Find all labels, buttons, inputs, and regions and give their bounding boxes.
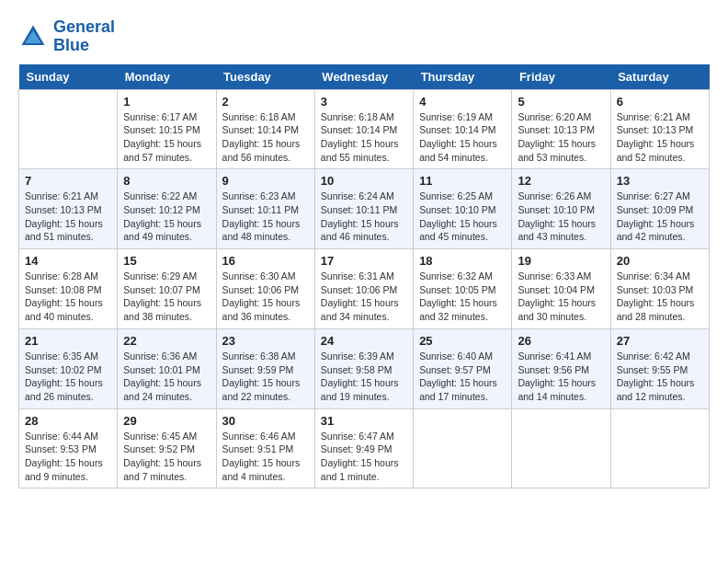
day-number: 12 [518, 174, 604, 188]
day-number: 4 [419, 95, 506, 109]
day-info: Sunrise: 6:22 AM Sunset: 10:12 PM Daylig… [123, 190, 210, 244]
day-info: Sunrise: 6:38 AM Sunset: 9:59 PM Dayligh… [222, 350, 309, 404]
calendar-week-row: 21Sunrise: 6:35 AM Sunset: 10:02 PM Dayl… [19, 328, 710, 408]
day-number: 17 [321, 254, 407, 268]
logo-text: General Blue [53, 18, 115, 55]
day-info: Sunrise: 6:18 AM Sunset: 10:14 PM Daylig… [222, 110, 309, 165]
day-number: 5 [518, 95, 604, 109]
weekday-header-sunday: Sunday [19, 64, 118, 90]
calendar-cell: 21Sunrise: 6:35 AM Sunset: 10:02 PM Dayl… [19, 328, 118, 408]
day-number: 7 [25, 174, 111, 188]
day-info: Sunrise: 6:23 AM Sunset: 10:11 PM Daylig… [222, 190, 309, 244]
calendar-cell: 8Sunrise: 6:22 AM Sunset: 10:12 PM Dayli… [118, 169, 216, 249]
weekday-header-tuesday: Tuesday [216, 64, 314, 90]
day-info: Sunrise: 6:27 AM Sunset: 10:09 PM Daylig… [617, 190, 703, 244]
day-info: Sunrise: 6:44 AM Sunset: 9:53 PM Dayligh… [25, 430, 111, 484]
weekday-header-wednesday: Wednesday [314, 64, 413, 90]
calendar-cell [414, 408, 512, 488]
day-info: Sunrise: 6:40 AM Sunset: 9:57 PM Dayligh… [419, 350, 506, 404]
day-info: Sunrise: 6:25 AM Sunset: 10:10 PM Daylig… [419, 190, 506, 244]
day-number: 21 [25, 334, 111, 348]
calendar-cell: 31Sunrise: 6:47 AM Sunset: 9:49 PM Dayli… [314, 408, 413, 488]
calendar-cell: 24Sunrise: 6:39 AM Sunset: 9:58 PM Dayli… [314, 328, 413, 408]
day-number: 15 [123, 254, 210, 268]
calendar-cell: 2Sunrise: 6:18 AM Sunset: 10:14 PM Dayli… [216, 89, 314, 169]
day-info: Sunrise: 6:24 AM Sunset: 10:11 PM Daylig… [321, 190, 407, 244]
page-header: General Blue [18, 18, 710, 55]
calendar-cell: 25Sunrise: 6:40 AM Sunset: 9:57 PM Dayli… [414, 328, 512, 408]
day-number: 13 [617, 174, 703, 188]
day-number: 30 [222, 414, 309, 428]
day-info: Sunrise: 6:36 AM Sunset: 10:01 PM Daylig… [123, 350, 210, 404]
day-number: 24 [321, 334, 407, 348]
day-info: Sunrise: 6:31 AM Sunset: 10:06 PM Daylig… [321, 270, 407, 324]
day-info: Sunrise: 6:26 AM Sunset: 10:10 PM Daylig… [518, 190, 604, 244]
day-info: Sunrise: 6:20 AM Sunset: 10:13 PM Daylig… [518, 110, 604, 165]
day-number: 16 [222, 254, 309, 268]
calendar-cell: 9Sunrise: 6:23 AM Sunset: 10:11 PM Dayli… [216, 169, 314, 249]
calendar-week-row: 7Sunrise: 6:21 AM Sunset: 10:13 PM Dayli… [19, 169, 710, 249]
calendar-cell: 19Sunrise: 6:33 AM Sunset: 10:04 PM Dayl… [512, 249, 610, 329]
day-info: Sunrise: 6:32 AM Sunset: 10:05 PM Daylig… [419, 270, 506, 324]
calendar-week-row: 14Sunrise: 6:28 AM Sunset: 10:08 PM Dayl… [19, 249, 710, 329]
calendar-cell: 28Sunrise: 6:44 AM Sunset: 9:53 PM Dayli… [19, 408, 118, 488]
day-number: 28 [25, 414, 111, 428]
weekday-header-monday: Monday [118, 64, 216, 90]
day-number: 10 [321, 174, 407, 188]
calendar-cell: 13Sunrise: 6:27 AM Sunset: 10:09 PM Dayl… [610, 169, 709, 249]
weekday-header-thursday: Thursday [414, 64, 512, 90]
day-number: 29 [123, 414, 210, 428]
day-info: Sunrise: 6:45 AM Sunset: 9:52 PM Dayligh… [123, 430, 210, 484]
calendar-cell: 15Sunrise: 6:29 AM Sunset: 10:07 PM Dayl… [118, 249, 216, 329]
day-number: 23 [222, 334, 309, 348]
weekday-header-row: SundayMondayTuesdayWednesdayThursdayFrid… [19, 64, 710, 90]
calendar-cell: 29Sunrise: 6:45 AM Sunset: 9:52 PM Dayli… [118, 408, 216, 488]
calendar-cell: 27Sunrise: 6:42 AM Sunset: 9:55 PM Dayli… [610, 328, 709, 408]
day-number: 8 [123, 174, 210, 188]
weekday-header-saturday: Saturday [610, 64, 709, 90]
calendar-cell: 10Sunrise: 6:24 AM Sunset: 10:11 PM Dayl… [314, 169, 413, 249]
day-number: 6 [617, 95, 703, 109]
calendar-cell: 3Sunrise: 6:18 AM Sunset: 10:14 PM Dayli… [314, 89, 413, 169]
day-number: 2 [222, 95, 309, 109]
day-info: Sunrise: 6:46 AM Sunset: 9:51 PM Dayligh… [222, 430, 309, 484]
day-info: Sunrise: 6:17 AM Sunset: 10:15 PM Daylig… [123, 110, 210, 165]
calendar-cell: 18Sunrise: 6:32 AM Sunset: 10:05 PM Dayl… [414, 249, 512, 329]
day-info: Sunrise: 6:33 AM Sunset: 10:04 PM Daylig… [518, 270, 604, 324]
calendar-cell: 6Sunrise: 6:21 AM Sunset: 10:13 PM Dayli… [610, 89, 709, 169]
day-number: 1 [123, 95, 210, 109]
day-number: 22 [123, 334, 210, 348]
calendar-cell: 11Sunrise: 6:25 AM Sunset: 10:10 PM Dayl… [414, 169, 512, 249]
calendar-cell: 26Sunrise: 6:41 AM Sunset: 9:56 PM Dayli… [512, 328, 610, 408]
day-info: Sunrise: 6:18 AM Sunset: 10:14 PM Daylig… [321, 110, 407, 165]
day-number: 20 [617, 254, 703, 268]
calendar-cell: 14Sunrise: 6:28 AM Sunset: 10:08 PM Dayl… [19, 249, 118, 329]
calendar-cell: 23Sunrise: 6:38 AM Sunset: 9:59 PM Dayli… [216, 328, 314, 408]
day-number: 26 [518, 334, 604, 348]
weekday-header-friday: Friday [512, 64, 610, 90]
day-info: Sunrise: 6:29 AM Sunset: 10:07 PM Daylig… [123, 270, 210, 324]
day-info: Sunrise: 6:47 AM Sunset: 9:49 PM Dayligh… [321, 430, 407, 484]
day-info: Sunrise: 6:30 AM Sunset: 10:06 PM Daylig… [222, 270, 309, 324]
day-number: 9 [222, 174, 309, 188]
calendar-cell: 4Sunrise: 6:19 AM Sunset: 10:14 PM Dayli… [414, 89, 512, 169]
day-number: 11 [419, 174, 506, 188]
calendar-week-row: 1Sunrise: 6:17 AM Sunset: 10:15 PM Dayli… [19, 89, 710, 169]
day-number: 19 [518, 254, 604, 268]
day-info: Sunrise: 6:19 AM Sunset: 10:14 PM Daylig… [419, 110, 506, 165]
day-info: Sunrise: 6:35 AM Sunset: 10:02 PM Daylig… [25, 350, 111, 404]
day-number: 31 [321, 414, 407, 428]
day-number: 3 [321, 95, 407, 109]
day-info: Sunrise: 6:39 AM Sunset: 9:58 PM Dayligh… [321, 350, 407, 404]
day-info: Sunrise: 6:28 AM Sunset: 10:08 PM Daylig… [25, 270, 111, 324]
calendar-table: SundayMondayTuesdayWednesdayThursdayFrid… [18, 64, 710, 489]
day-number: 25 [419, 334, 506, 348]
day-info: Sunrise: 6:21 AM Sunset: 10:13 PM Daylig… [617, 110, 703, 165]
calendar-cell: 30Sunrise: 6:46 AM Sunset: 9:51 PM Dayli… [216, 408, 314, 488]
calendar-week-row: 28Sunrise: 6:44 AM Sunset: 9:53 PM Dayli… [19, 408, 710, 488]
calendar-cell: 12Sunrise: 6:26 AM Sunset: 10:10 PM Dayl… [512, 169, 610, 249]
day-number: 14 [25, 254, 111, 268]
calendar-cell [19, 89, 118, 169]
day-info: Sunrise: 6:42 AM Sunset: 9:55 PM Dayligh… [617, 350, 703, 404]
day-info: Sunrise: 6:21 AM Sunset: 10:13 PM Daylig… [25, 190, 111, 244]
